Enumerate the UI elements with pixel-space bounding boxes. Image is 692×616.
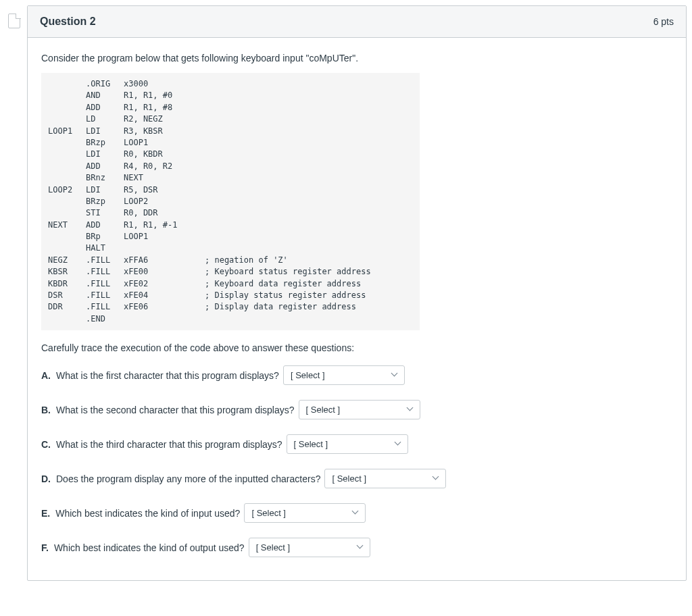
chevron-down-icon [395, 441, 402, 448]
question-d-label: D. [41, 473, 51, 484]
question-a-text: What is the first character that this pr… [56, 370, 279, 381]
trace-intro: Carefully trace the execution of the cod… [41, 342, 672, 353]
code-line: LOOP1 LDI R3, KBSR [48, 126, 413, 137]
page-icon [8, 14, 20, 28]
code-line: AND R1, R1, #0 [48, 90, 413, 101]
question-title: Question 2 [40, 16, 96, 28]
question-d-select[interactable]: [ Select ] [324, 469, 446, 488]
code-line: NEGZ .FILL xFFA6 ; negation of 'Z' [48, 255, 413, 266]
chevron-down-icon [353, 510, 360, 517]
code-line: NEXT ADD R1, R1, #-1 [48, 220, 413, 231]
select-value: [ Select ] [306, 405, 341, 415]
select-value: [ Select ] [256, 542, 291, 553]
code-line: BRp LOOP1 [48, 231, 413, 242]
code-line: ADD R4, R0, R2 [48, 161, 413, 172]
question-f-select[interactable]: [ Select ] [249, 538, 370, 557]
question-e: E. Which best indicates the kind of inpu… [41, 503, 672, 523]
question-b-select[interactable]: [ Select ] [299, 400, 420, 419]
question-e-select[interactable]: [ Select ] [244, 503, 366, 523]
question-a-label: A. [41, 370, 51, 381]
question-f: F. Which best indicates the kind of outp… [41, 538, 672, 557]
code-line: LOOP2 LDI R5, DSR [48, 184, 413, 196]
code-line: .ORIG x3000 [48, 78, 413, 90]
question-e-label: E. [41, 508, 50, 519]
select-value: [ Select ] [294, 439, 328, 449]
chevron-down-icon [392, 372, 399, 379]
question-a: A. What is the first character that this… [41, 365, 672, 385]
select-value: [ Select ] [291, 370, 325, 380]
chevron-down-icon [433, 476, 440, 482]
card-header: Question 2 6 pts [28, 6, 686, 38]
code-line: DSR .FILL xFE04 ; Display status registe… [48, 290, 413, 301]
code-line: LD R2, NEGZ [48, 113, 413, 125]
code-line: BRnz NEXT [48, 172, 413, 184]
code-line: HALT [48, 242, 413, 254]
question-e-text: Which best indicates the kind of input u… [55, 508, 240, 519]
code-block: .ORIG x3000 AND R1, R1, #0 ADD R1, R1, #… [41, 73, 420, 330]
code-line: ADD R1, R1, #8 [48, 102, 413, 113]
select-value: [ Select ] [332, 473, 366, 484]
card-body: Consider the program below that gets fol… [28, 38, 686, 580]
question-b-label: B. [41, 405, 51, 415]
question-f-text: Which best indicates the kind of output … [54, 542, 245, 553]
question-a-select[interactable]: [ Select ] [283, 365, 405, 385]
code-line: STI R0, DDR [48, 207, 413, 219]
question-d-text: Does the program display any more of the… [56, 473, 320, 484]
code-line: KBSR .FILL xFE00 ; Keyboard status regis… [48, 266, 413, 278]
question-c: C. What is the third character that this… [41, 434, 672, 454]
question-b-text: What is the second character that this p… [56, 405, 295, 415]
question-points: 6 pts [653, 16, 674, 27]
code-line: BRzp LOOP2 [48, 196, 413, 207]
chevron-down-icon [357, 544, 364, 551]
code-line: LDI R0, KBDR [48, 149, 413, 160]
question-container: Question 2 6 pts Consider the program be… [5, 5, 687, 581]
question-c-select[interactable]: [ Select ] [287, 434, 408, 454]
code-line: DDR .FILL xFE06 ; Display data register … [48, 301, 413, 313]
question-d: D. Does the program display any more of … [41, 469, 672, 488]
code-line: KBDR .FILL xFE02 ; Keyboard data registe… [48, 278, 413, 290]
question-card: Question 2 6 pts Consider the program be… [27, 5, 687, 581]
select-value: [ Select ] [251, 508, 286, 518]
code-line: BRzp LOOP1 [48, 137, 413, 149]
question-b: B. What is the second character that thi… [41, 400, 672, 419]
question-c-text: What is the third character that this pr… [56, 439, 282, 450]
code-line: .END [48, 313, 413, 325]
question-c-label: C. [41, 439, 51, 450]
chevron-down-icon [407, 407, 414, 413]
question-f-label: F. [41, 542, 49, 553]
intro-text: Consider the program below that gets fol… [41, 53, 672, 63]
